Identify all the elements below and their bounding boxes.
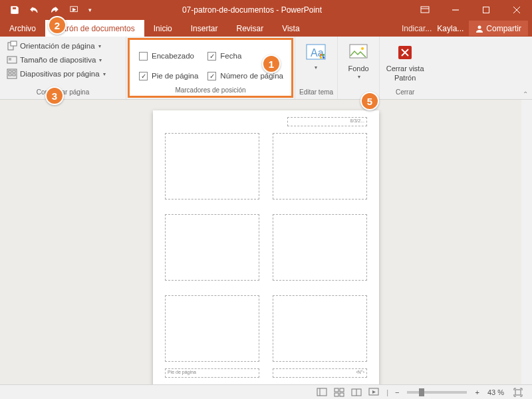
date-placeholder[interactable]: 8/3/2... [287,117,367,126]
tutorial-badge-2: 2 [48,16,66,35]
window-controls [410,0,532,20]
svg-rect-29 [334,393,338,396]
svg-rect-14 [9,74,11,76]
fit-to-window-button[interactable] [509,386,527,399]
themes-icon: Aa [305,42,327,63]
slide-placeholder[interactable] [165,214,259,281]
slide-size-icon [7,55,17,65]
footer-label: Pie de página [152,72,198,80]
zoom-level[interactable]: 43 % [487,388,504,396]
user-name[interactable]: Kayla... [437,24,464,33]
checkbox-checked-icon: ✓ [139,72,148,80]
edit-theme-group-label: Editar tema [299,88,333,98]
undo-button[interactable] [25,1,44,19]
ribbon-tabs: Archivo Patrón de documentos Inicio Inse… [0,20,532,37]
reading-view-button[interactable] [348,386,365,399]
zoom-slider[interactable] [407,391,467,394]
close-icon [394,42,416,63]
handout-orientation-button[interactable]: Orientación de página▾ [4,39,122,53]
tab-home[interactable]: Inicio [144,20,182,37]
status-bar: | − + 43 % [0,384,532,399]
slide-size-label: Tamaño de diapositiva [20,56,96,64]
slide-placeholder[interactable] [165,133,259,200]
slide-sorter-view-button[interactable] [331,386,348,399]
slides-per-page-icon [7,68,17,79]
share-button[interactable]: Compartir [469,21,528,36]
page-number-placeholder[interactable]: ‹N°› [273,368,367,378]
slide-placeholder[interactable] [273,214,367,281]
chevron-down-icon: ▾ [358,74,360,80]
vertical-scrollbar[interactable] [521,100,532,384]
svg-rect-20 [320,57,322,59]
svg-rect-25 [317,388,327,396]
svg-rect-18 [320,54,322,56]
slide-size-button[interactable]: Tamaño de diapositiva▾ [4,53,122,66]
tutorial-badge-5: 5 [360,92,379,110]
chevron-down-icon: ▾ [315,65,317,70]
background-label: Fondo [348,65,369,72]
tab-view[interactable]: Vista [273,20,309,37]
group-background: Fondo ▾ [338,37,380,99]
tab-review[interactable]: Revisar [227,20,273,37]
checkbox-header[interactable]: Encabezado [139,48,198,64]
checkbox-footer[interactable]: ✓ Pie de página [139,68,198,84]
zoom-thumb[interactable] [419,388,424,396]
chevron-down-icon: ▾ [98,43,101,49]
svg-rect-19 [323,54,325,56]
tutorial-badge-1: 1 [262,55,281,73]
close-label-2: Patrón [394,74,416,82]
title-bar: ▾ 07-patron-de-documentos - PowerPoint [0,0,532,20]
collapse-ribbon-button[interactable]: ⌃ [523,90,528,98]
tell-me-search[interactable]: Indicar... [402,24,432,33]
svg-rect-15 [13,74,15,76]
qat-customize-icon[interactable]: ▾ [85,1,94,19]
page-number-label: Número de página [220,72,283,80]
svg-rect-13 [13,70,15,72]
svg-rect-4 [483,7,489,13]
date-label: Fecha [220,52,241,60]
share-label: Compartir [486,24,521,33]
normal-view-button[interactable] [313,386,331,399]
slides-per-page-button[interactable]: Diapositivas por página▾ [4,67,122,80]
close-label-1: Cerrar vista [386,65,424,72]
header-label: Encabezado [152,52,194,60]
svg-rect-9 [11,41,17,46]
footer-placeholder[interactable]: Pie de página [165,368,259,378]
quick-access-toolbar: ▾ [0,1,94,19]
start-from-beginning-button[interactable] [65,1,84,19]
ribbon-display-button[interactable] [410,0,440,20]
svg-rect-27 [334,388,338,392]
slide-placeholder[interactable] [165,295,259,362]
slides-per-page-label: Diapositivas por página [20,70,100,78]
svg-rect-21 [323,57,325,59]
person-icon [475,25,483,33]
background-button[interactable]: Fondo ▾ [342,39,375,88]
tab-insert[interactable]: Insertar [182,20,227,37]
close-window-button[interactable] [501,0,532,20]
maximize-button[interactable] [471,0,501,20]
window-title: 07-patron-de-documentos - PowerPoint [94,5,410,15]
checkbox-checked-icon: ✓ [207,52,216,61]
handout-page[interactable]: 8/3/2... Pie de página ‹N°› [153,110,379,384]
checkbox-icon [139,52,148,61]
close-master-view-button[interactable]: Cerrar vista Patrón [384,39,426,88]
chevron-down-icon: ▾ [103,71,106,77]
placeholders-group-label: Marcadores de posición [130,86,291,96]
themes-button[interactable]: Aa ▾ [299,39,332,88]
slide-placeholder[interactable] [273,295,367,362]
zoom-out-button[interactable]: − [392,388,402,396]
svg-rect-1 [421,7,429,13]
checkbox-checked-icon: ✓ [207,72,216,80]
zoom-in-button[interactable]: + [472,388,481,396]
background-icon [348,42,369,63]
minimize-button[interactable] [440,0,471,20]
save-button[interactable] [5,1,24,19]
svg-rect-30 [340,393,344,396]
svg-point-23 [361,47,364,50]
close-group-label: Cerrar [384,88,426,98]
tab-file[interactable]: Archivo [0,20,45,37]
tutorial-badge-3: 3 [45,86,64,105]
slide-placeholder[interactable] [273,133,367,200]
chevron-down-icon: ▾ [99,57,102,63]
slideshow-view-button[interactable] [365,386,382,399]
